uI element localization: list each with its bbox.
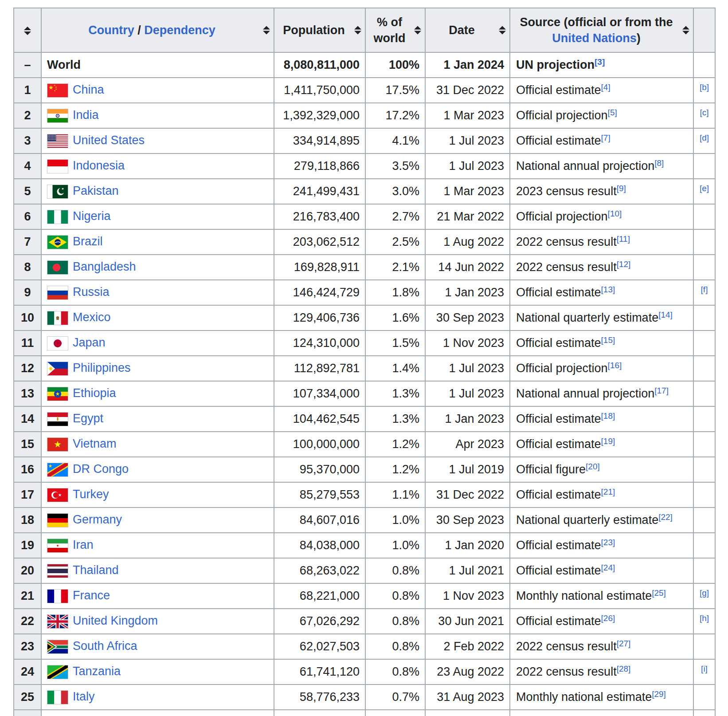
date-cell: 1 Aug 2022: [425, 229, 510, 255]
country-link[interactable]: Nigeria: [73, 209, 111, 223]
source-ref-link[interactable]: [21]: [601, 487, 615, 496]
table-row: 1 China 1,411,750,000 17.5% 31 Dec 2022 …: [14, 78, 715, 103]
country-link[interactable]: Vietnam: [73, 437, 117, 450]
date-cell: 1 Mar 2023: [425, 103, 510, 128]
dependency-header-link[interactable]: Dependency: [144, 24, 215, 37]
source-ref-link[interactable]: [17]: [654, 386, 669, 395]
country-link[interactable]: Iran: [73, 538, 94, 551]
country-link[interactable]: South Africa: [73, 639, 137, 653]
source-ref-link[interactable]: [24]: [601, 563, 615, 572]
population-cell: 68,263,022: [274, 558, 365, 583]
population-cell: [274, 710, 365, 716]
date-cell: 1 Jul 2023: [425, 153, 510, 179]
source-ref-link[interactable]: [28]: [617, 664, 631, 673]
source-ref-link[interactable]: [7]: [601, 133, 611, 142]
country-column-header[interactable]: Country / Dependency: [41, 8, 274, 52]
source-column-header[interactable]: Source (official or from the United Nati…: [510, 8, 693, 52]
source-ref-link[interactable]: [14]: [658, 310, 673, 319]
source-ref-link[interactable]: [23]: [601, 538, 615, 547]
country-cell: Nigeria: [41, 204, 274, 229]
percent-cell: 1.5%: [365, 330, 425, 356]
population-column-header[interactable]: Population: [274, 8, 365, 52]
source-text: National annual projection: [516, 387, 654, 400]
country-link[interactable]: India: [73, 108, 99, 122]
country-link[interactable]: Italy: [73, 690, 95, 703]
percent-cell: 2.7%: [365, 204, 425, 229]
percent-cell: 0.7%: [365, 685, 425, 710]
united-nations-link[interactable]: United Nations: [552, 31, 637, 45]
source-ref-link[interactable]: [20]: [586, 462, 600, 471]
source-text: Official estimate: [516, 564, 601, 577]
date-cell: 2 Feb 2022: [425, 634, 510, 659]
source-ref-link[interactable]: [15]: [601, 335, 615, 345]
source-ref-link[interactable]: [27]: [617, 639, 631, 648]
vietnam-flag-icon: [47, 437, 68, 452]
country-link[interactable]: United States: [73, 134, 145, 147]
country-link[interactable]: Japan: [73, 336, 106, 349]
country-link[interactable]: Egypt: [73, 412, 103, 425]
population-cell: 124,310,000: [274, 330, 365, 356]
note-link[interactable]: [f]: [701, 285, 708, 294]
source-ref-link[interactable]: [29]: [652, 689, 666, 699]
rank-cell: 8: [14, 255, 41, 280]
date-column-header[interactable]: Date: [425, 8, 510, 52]
country-link[interactable]: Pakistan: [73, 184, 119, 197]
note-link[interactable]: [i]: [701, 664, 708, 673]
country-link[interactable]: Philippines: [73, 361, 131, 374]
country-link[interactable]: Bangladesh: [73, 260, 136, 273]
source-ref-link[interactable]: [18]: [601, 411, 615, 421]
country-link[interactable]: Tanzania: [73, 665, 121, 678]
source-ref-link[interactable]: [16]: [608, 361, 622, 370]
note-cell: [i]: [693, 659, 715, 685]
note-link[interactable]: [b]: [700, 83, 709, 92]
drcongo-flag-icon: [47, 463, 68, 477]
source-ref-link[interactable]: [19]: [601, 437, 615, 446]
note-link[interactable]: [g]: [700, 588, 709, 598]
source-ref-link[interactable]: [22]: [658, 512, 673, 522]
source-cell: Official projection[16]: [510, 356, 693, 381]
note-link[interactable]: [c]: [700, 108, 708, 117]
country-link[interactable]: United Kingdom: [73, 614, 158, 627]
country-link[interactable]: Brazil: [73, 235, 103, 248]
country-link[interactable]: Turkey: [73, 488, 109, 501]
population-cell: 216,783,400: [274, 204, 365, 229]
source-ref-link[interactable]: [26]: [601, 614, 615, 623]
population-cell: 104,462,545: [274, 406, 365, 432]
source-ref-link[interactable]: [5]: [608, 108, 617, 117]
population-cell: 112,892,781: [274, 356, 365, 381]
country-header-link[interactable]: Country: [88, 24, 134, 37]
source-ref-link[interactable]: [25]: [652, 588, 666, 598]
country-link[interactable]: Ethiopia: [73, 386, 116, 400]
country-link[interactable]: Indonesia: [73, 159, 125, 172]
source-ref-link[interactable]: [11]: [617, 234, 630, 244]
source-ref-link[interactable]: [9]: [617, 184, 626, 193]
population-cell: 58,776,233: [274, 685, 365, 710]
source-ref-link[interactable]: [13]: [601, 285, 615, 294]
country-link[interactable]: France: [73, 589, 110, 602]
rank-column-header[interactable]: [14, 8, 41, 52]
note-link[interactable]: [e]: [700, 184, 709, 193]
nigeria-flag-icon: [47, 210, 68, 224]
country-link[interactable]: Thailand: [73, 563, 119, 577]
source-ref-link[interactable]: [3]: [595, 57, 605, 67]
rank-cell: 14: [14, 406, 41, 432]
country-link[interactable]: Russia: [73, 285, 110, 299]
source-text: Official estimate: [516, 412, 601, 425]
percent-cell: 17.2%: [365, 103, 425, 128]
source-ref-link[interactable]: [12]: [617, 260, 631, 269]
note-cell: [693, 482, 715, 507]
source-ref-link[interactable]: [10]: [608, 209, 622, 218]
note-link[interactable]: [d]: [700, 133, 709, 142]
source-ref-link[interactable]: [8]: [654, 158, 664, 168]
country-link[interactable]: Germany: [73, 513, 122, 526]
percent-of-world-column-header[interactable]: % of world: [365, 8, 425, 52]
date-cell: 1 Jul 2021: [425, 558, 510, 583]
note-cell: [693, 533, 715, 558]
country-link[interactable]: Mexico: [73, 311, 111, 324]
source-ref-link[interactable]: [4]: [601, 83, 611, 92]
percent-cell: 100%: [365, 52, 425, 78]
date-cell: 1 Jan 2024: [425, 52, 510, 78]
country-link[interactable]: China: [73, 83, 104, 96]
note-link[interactable]: [h]: [700, 614, 709, 623]
country-link[interactable]: DR Congo: [73, 462, 129, 476]
